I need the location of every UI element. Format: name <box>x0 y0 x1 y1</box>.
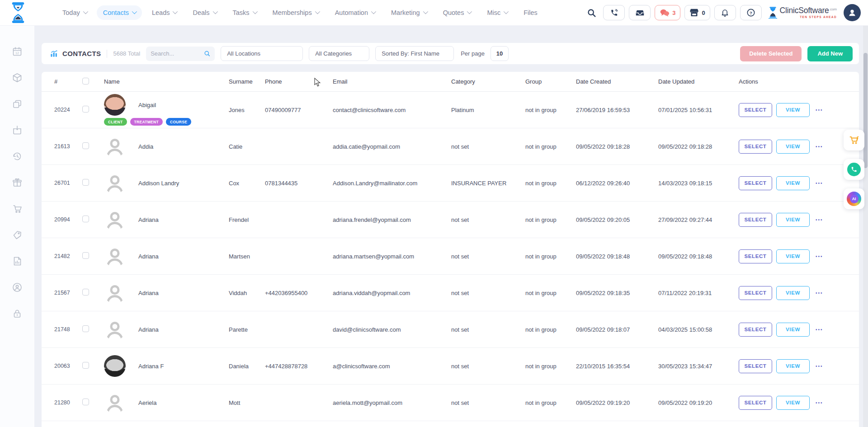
row-more-menu[interactable]: ••• <box>816 181 823 186</box>
nav-item-marketing[interactable]: Marketing <box>385 5 433 20</box>
nav-item-memberships[interactable]: Memberships <box>266 5 325 20</box>
view-button[interactable]: VIEW <box>776 396 810 410</box>
search-submit-icon[interactable] <box>204 50 210 57</box>
contact-surname: Catie <box>229 143 265 150</box>
row-checkbox[interactable] <box>82 179 89 186</box>
app-logo-hourglass-icon[interactable] <box>10 2 26 23</box>
row-checkbox[interactable] <box>82 142 89 149</box>
contact-surname: Viddah <box>229 290 265 296</box>
sort-filter[interactable]: Sorted By: First Name <box>375 46 454 61</box>
store-button[interactable]: 0 <box>684 5 710 20</box>
contact-category: not set <box>451 363 525 370</box>
price-tag-icon[interactable] <box>11 229 23 241</box>
row-checkbox[interactable] <box>82 106 89 113</box>
tag-client: CLIENT <box>104 118 127 126</box>
delete-selected-button[interactable]: Delete Selected <box>740 46 802 61</box>
select-button[interactable]: SELECT <box>739 140 772 154</box>
floating-ai-button[interactable]: AI <box>844 188 864 209</box>
view-button[interactable]: VIEW <box>776 103 810 117</box>
row-more-menu[interactable]: ••• <box>816 108 823 113</box>
notifications-button[interactable] <box>714 5 736 20</box>
nav-item-tasks[interactable]: Tasks <box>226 5 263 20</box>
row-more-menu[interactable]: ••• <box>816 291 823 296</box>
brand-logo[interactable]: ClinicSoftware.com TEN STEPS AHEAD <box>769 7 837 19</box>
nav-item-quotes[interactable]: Quotes <box>437 5 477 20</box>
contact-avatar <box>104 209 126 230</box>
location-filter[interactable]: All Locations <box>221 46 303 61</box>
view-button[interactable]: VIEW <box>776 286 810 300</box>
calendar-12-icon[interactable]: 12 <box>11 46 23 57</box>
cart-icon[interactable] <box>11 203 23 215</box>
chevron-down-icon <box>212 9 217 14</box>
select-button[interactable]: SELECT <box>739 323 772 337</box>
select-button[interactable]: SELECT <box>739 249 772 263</box>
phone-button[interactable] <box>603 5 625 20</box>
calendar-import-icon[interactable] <box>11 124 23 136</box>
person-badge-icon[interactable] <box>11 282 23 293</box>
row-more-menu[interactable]: ••• <box>816 217 823 222</box>
placeholder-avatar-icon <box>104 172 126 194</box>
chat-button[interactable]: 3 <box>655 5 680 20</box>
package-icon[interactable] <box>11 72 23 84</box>
nav-item-deals[interactable]: Deals <box>186 5 222 20</box>
floating-cart-button[interactable] <box>844 130 864 150</box>
gift-icon[interactable] <box>11 177 23 188</box>
lock-icon[interactable] <box>11 308 23 319</box>
inbox-icon <box>635 8 645 18</box>
nav-item-automation[interactable]: Automation <box>329 5 381 20</box>
view-button[interactable]: VIEW <box>776 213 810 227</box>
placeholder-avatar-icon <box>104 136 126 157</box>
row-more-menu[interactable]: ••• <box>816 364 823 369</box>
select-button[interactable]: SELECT <box>739 213 772 227</box>
floating-whatsapp-button[interactable] <box>844 159 864 180</box>
row-checkbox[interactable] <box>82 216 89 222</box>
table-header-row: # Name Surname Phone Email Category Grou… <box>42 72 859 92</box>
select-button[interactable]: SELECT <box>739 176 772 190</box>
row-checkbox[interactable] <box>82 399 89 405</box>
row-checkbox[interactable] <box>82 252 89 259</box>
nav-item-contacts[interactable]: Contacts <box>97 5 142 20</box>
scrollbar-thumb[interactable] <box>863 53 868 168</box>
history-icon[interactable] <box>11 150 23 162</box>
select-button[interactable]: SELECT <box>739 103 772 117</box>
row-checkbox[interactable] <box>82 289 89 296</box>
view-button[interactable]: VIEW <box>776 140 810 154</box>
select-button[interactable]: SELECT <box>739 359 772 373</box>
select-button[interactable]: SELECT <box>739 286 772 300</box>
search-icon[interactable] <box>584 5 599 20</box>
row-more-menu[interactable]: ••• <box>816 254 823 259</box>
user-menu-button[interactable] <box>844 4 861 21</box>
report-chart-icon[interactable] <box>11 255 23 267</box>
chat-badge: 3 <box>672 9 675 16</box>
nav-item-misc[interactable]: Misc <box>481 5 514 20</box>
contact-date-created: 09/05/2022 09:18:48 <box>576 253 658 260</box>
select-button[interactable]: SELECT <box>739 396 772 410</box>
contact-name: Adriana <box>138 290 159 296</box>
row-more-menu[interactable]: ••• <box>816 144 823 149</box>
search-input[interactable] <box>151 50 201 57</box>
contact-email: adriana.viddah@yopmail.com <box>333 290 451 296</box>
table-row: 26701 Addison Landry Cox 0781344435 Addi… <box>42 165 859 202</box>
contacts-toolbar: CONTACTS 5688 Total All Locations All Ca… <box>42 43 859 64</box>
contact-date-updated: 09/05/2022 09:18:28 <box>658 143 739 150</box>
view-button[interactable]: VIEW <box>776 176 810 190</box>
per-page-value[interactable]: 10 <box>491 46 509 61</box>
topbar-actions: 3 0 ? ClinicSoftware.com TEN STEPS AHEAD <box>584 4 861 21</box>
nav-item-files[interactable]: Files <box>517 5 544 20</box>
nav-item-today[interactable]: Today <box>56 5 93 20</box>
add-new-button[interactable]: Add New <box>807 46 853 61</box>
view-button[interactable]: VIEW <box>776 249 810 263</box>
category-filter[interactable]: All Categories <box>309 46 369 61</box>
select-all-checkbox[interactable] <box>82 78 89 84</box>
nav-item-leads[interactable]: Leads <box>146 5 183 20</box>
view-button[interactable]: VIEW <box>776 359 810 373</box>
help-button[interactable]: ? <box>740 5 762 20</box>
inbox-button[interactable] <box>629 5 651 20</box>
view-button[interactable]: VIEW <box>776 323 810 337</box>
row-more-menu[interactable]: ••• <box>816 400 823 405</box>
table-row: 20994 Adriana Frendel adriana.frendel@yo… <box>42 202 859 238</box>
row-checkbox[interactable] <box>82 325 89 332</box>
row-checkbox[interactable] <box>82 362 89 369</box>
row-more-menu[interactable]: ••• <box>816 327 823 332</box>
copy-icon[interactable] <box>11 98 23 110</box>
